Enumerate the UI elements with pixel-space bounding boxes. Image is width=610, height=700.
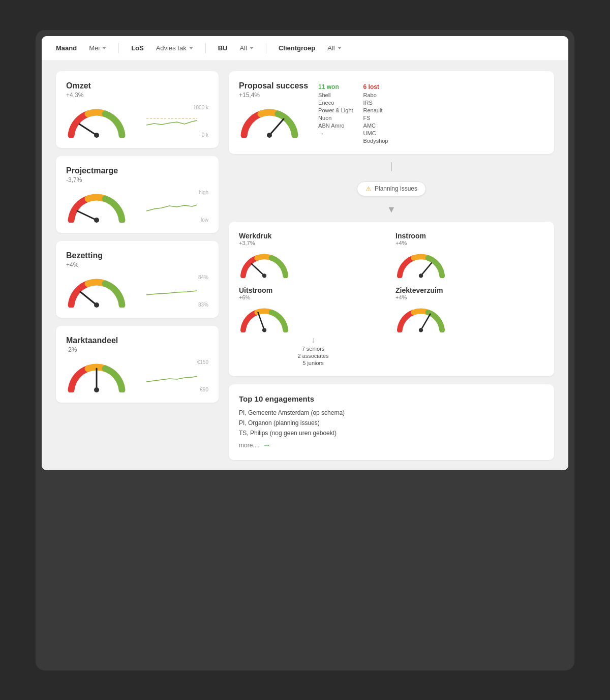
period-select[interactable]: Mei bbox=[89, 44, 106, 52]
uitstroom-cell: Uitstroom +6% ↓ 7 senior bbox=[239, 286, 387, 366]
marktaandeel-spark-svg bbox=[135, 366, 208, 386]
v-connector-top bbox=[391, 162, 392, 171]
ziekteverzuim-cell: Ziekteverzuim +4% bbox=[395, 286, 544, 366]
projectmarge-title: Projectmarge bbox=[66, 166, 208, 175]
proposal-lost-item-2: Renault bbox=[363, 107, 388, 113]
clientgroep-select[interactable]: All bbox=[327, 44, 341, 52]
inner-bg: Maand Mei LoS Advies tak BU All Clientgr… bbox=[42, 36, 568, 470]
omzet-title: Omzet bbox=[66, 81, 208, 90]
uitstroom-title: Uitstroom bbox=[239, 286, 387, 294]
instroom-gauge-svg bbox=[395, 250, 446, 278]
los-select[interactable]: Advies tak bbox=[156, 44, 193, 52]
omzet-sparkline: 1000 k 0 k bbox=[135, 105, 208, 138]
werkdruk-title: Werkdruk bbox=[239, 232, 387, 240]
proposal-lost-item-0: Rabo bbox=[363, 92, 388, 98]
svg-point-8 bbox=[94, 387, 99, 392]
svg-point-4 bbox=[94, 218, 99, 223]
bu-select[interactable]: All bbox=[239, 44, 253, 52]
marktaandeel-gauge-row: €150 €90 bbox=[66, 359, 208, 392]
outer-frame: Maand Mei LoS Advies tak BU All Clientgr… bbox=[36, 30, 574, 671]
top10-item-2: TS, Philips (nog geen uren geboekt) bbox=[239, 430, 544, 437]
los-caret-icon bbox=[189, 47, 193, 49]
projectmarge-gauge bbox=[66, 190, 127, 223]
proposal-lost-item-4: AMC bbox=[363, 123, 388, 129]
top10-item-1: PI, Organon (planning issues) bbox=[239, 419, 544, 427]
uitstroom-staff-2: 5 juniors bbox=[302, 360, 324, 366]
bezetting-subtitle: +4% bbox=[66, 261, 208, 268]
planning-badge[interactable]: ⚠ Planning issues bbox=[357, 181, 426, 196]
main-content: Omzet +4,3% bbox=[42, 61, 568, 470]
top10-more-link[interactable]: more.... → bbox=[239, 441, 544, 450]
svg-point-14 bbox=[419, 273, 423, 278]
svg-line-13 bbox=[421, 263, 432, 276]
marktaandeel-title: Marktaandeel bbox=[66, 336, 208, 345]
top10-more-label: more.... bbox=[239, 442, 260, 449]
gauge-grid: Werkdruk +3,7% In bbox=[239, 232, 544, 366]
warning-icon: ⚠ bbox=[365, 185, 372, 193]
projectmarge-spark-svg bbox=[135, 196, 208, 216]
sep3 bbox=[266, 43, 266, 53]
omzet-spark-top: 1000 k bbox=[135, 105, 208, 110]
planning-badge-label: Planning issues bbox=[375, 185, 417, 192]
ziekteverzuim-title: Ziekteverzuim bbox=[395, 286, 544, 294]
werkdruk-subtitle: +3,7% bbox=[239, 240, 387, 246]
proposal-won-item-3: Nuon bbox=[318, 115, 353, 121]
marktaandeel-subtitle: -2% bbox=[66, 346, 208, 353]
svg-line-15 bbox=[258, 312, 265, 330]
proposal-won-header: 11 won bbox=[318, 83, 353, 90]
uitstroom-extra: ↓ 7 seniors 2 associates 5 juniors bbox=[239, 336, 387, 366]
proposal-won-item-1: Eneco bbox=[318, 100, 353, 106]
proposal-lost-item-6: Bodyshop bbox=[363, 138, 388, 144]
proposal-won-list: 11 won Shell Eneco Power & Light Nuon AB… bbox=[318, 83, 353, 144]
ziekteverzuim-subtitle: +4% bbox=[395, 294, 544, 300]
projectmarge-gauge-row: high low bbox=[66, 190, 208, 223]
proposal-gauge bbox=[239, 105, 300, 138]
arrow-connector: ▼ bbox=[229, 206, 554, 214]
svg-line-11 bbox=[252, 264, 264, 276]
omzet-spark-bot: 0 k bbox=[135, 132, 208, 138]
bu-label: BU bbox=[218, 44, 228, 52]
marktaandeel-gauge bbox=[66, 359, 127, 392]
svg-line-5 bbox=[80, 292, 97, 305]
uitstroom-subtitle: +6% bbox=[239, 294, 387, 300]
uitstroom-down-arrow: ↓ bbox=[311, 336, 315, 345]
omzet-spark-svg bbox=[135, 111, 208, 131]
projectmarge-card: Projectmarge -3,7% bbox=[56, 156, 219, 233]
uitstroom-gauge-svg bbox=[239, 305, 290, 332]
projectmarge-spark-top: high bbox=[135, 190, 208, 195]
top10-title: Top 10 engagements bbox=[239, 394, 544, 403]
svg-point-16 bbox=[262, 328, 266, 332]
svg-point-18 bbox=[419, 328, 423, 332]
planning-badge-row: ⚠ Planning issues bbox=[229, 179, 554, 198]
marktaandeel-spark-top: €150 bbox=[135, 359, 208, 365]
proposal-won-item-4: ABN Amro bbox=[318, 123, 353, 129]
los-label: LoS bbox=[131, 44, 144, 52]
svg-line-0 bbox=[79, 124, 97, 135]
werkdruk-cell: Werkdruk +3,7% bbox=[239, 232, 387, 278]
clientgroep-caret-icon bbox=[338, 47, 342, 49]
proposal-lost-list: 6 lost Rabo IRS Renault FS AMC UMC Bodys… bbox=[363, 83, 388, 144]
proposal-card: Proposal success +15,4% bbox=[229, 71, 554, 154]
instroom-title: Instroom bbox=[395, 232, 544, 240]
bu-caret-icon bbox=[250, 47, 254, 49]
bezetting-gauge-svg bbox=[66, 275, 127, 308]
bezetting-gauge bbox=[66, 275, 127, 308]
marktaandeel-sparkline: €150 €90 bbox=[135, 359, 208, 392]
top10-more-arrow-icon: → bbox=[263, 441, 271, 450]
proposal-won-item-0: Shell bbox=[318, 92, 353, 98]
marktaandeel-spark-bot: €90 bbox=[135, 387, 208, 392]
right-column: Proposal success +15,4% bbox=[229, 71, 554, 460]
bezetting-spark-top: 84% bbox=[135, 275, 208, 280]
uitstroom-staff-0: 7 seniors bbox=[302, 346, 325, 352]
omzet-gauge-row: 1000 k 0 k bbox=[66, 105, 208, 138]
period-label: Maand bbox=[56, 44, 77, 52]
proposal-title: Proposal success bbox=[239, 81, 308, 90]
proposal-gauge-svg bbox=[239, 105, 300, 138]
top10-card: Top 10 engagements PI, Gemeente Amsterda… bbox=[229, 384, 554, 460]
proposal-lost-item-3: FS bbox=[363, 115, 388, 121]
proposal-subtitle: +15,4% bbox=[239, 92, 308, 99]
proposal-won-more[interactable]: → bbox=[318, 130, 353, 137]
projectmarge-spark-bot: low bbox=[135, 217, 208, 223]
proposal-lost-header: 6 lost bbox=[363, 83, 388, 90]
top10-item-0: PI, Gemeente Amsterdam (op schema) bbox=[239, 409, 544, 416]
